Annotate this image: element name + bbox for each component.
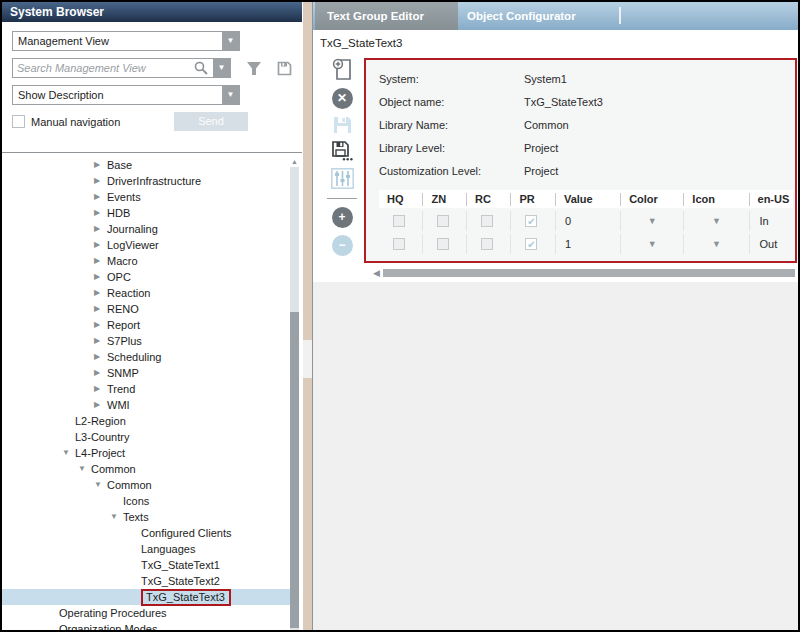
tree-item[interactable]: ▶Macro (2, 253, 290, 269)
tree-item[interactable]: ▶Trend (2, 381, 290, 397)
search-input[interactable] (17, 60, 195, 76)
save-as-icon[interactable] (332, 141, 353, 161)
view-selector[interactable]: Management View ▼ (12, 31, 240, 51)
tab-object-configurator[interactable]: Object Configurator (467, 2, 576, 30)
detach-page-icon[interactable] (331, 58, 354, 81)
collapse-icon[interactable]: ▼ (110, 509, 123, 525)
tree-item-label: Common (107, 479, 152, 491)
tree-item[interactable]: TxG_StateText3 (2, 589, 290, 605)
expand-icon[interactable]: ▶ (94, 365, 107, 381)
tree-item[interactable]: ▼Common (2, 461, 290, 477)
expand-icon[interactable]: ▶ (94, 237, 107, 253)
tree-item[interactable]: TxG_StateText2 (2, 573, 290, 589)
send-button[interactable]: Send (174, 112, 248, 131)
cell-rc (466, 211, 510, 231)
tree-item[interactable]: L3-Country (2, 429, 290, 445)
expand-icon[interactable]: ▶ (94, 221, 107, 237)
icon-dropdown-icon[interactable]: ▼ (684, 239, 748, 249)
cell-hq (379, 211, 422, 231)
field-label: Object name: (379, 91, 524, 114)
search-box: ▼ (12, 58, 231, 78)
collapse-icon[interactable]: ▼ (94, 477, 107, 493)
scroll-left-icon[interactable]: ◀ (373, 268, 380, 278)
rc-checkbox[interactable] (481, 238, 493, 250)
tree-item[interactable]: ▶DriverInfrastructure (2, 173, 290, 189)
tree-item[interactable]: ▶OPC (2, 269, 290, 285)
tree-item[interactable]: ▼Common (2, 477, 290, 493)
description-selector[interactable]: Show Description ▼ (12, 85, 240, 105)
chevron-down-icon[interactable]: ▼ (222, 32, 239, 50)
tree-item[interactable]: Operating Procedures (2, 605, 290, 621)
expand-icon[interactable]: ▶ (94, 301, 107, 317)
tree-item[interactable]: Organization Modes (2, 621, 290, 630)
expand-icon[interactable]: ▶ (94, 253, 107, 269)
text-group-table: HQZNRCPRValueColorIconen-US ✔0▼▼In✔1▼▼Ou… (379, 190, 793, 254)
cancel-icon[interactable]: ✕ (332, 88, 353, 109)
collapse-icon[interactable]: ▼ (62, 445, 75, 461)
add-icon[interactable]: + (332, 207, 353, 228)
expand-icon[interactable]: ▶ (94, 269, 107, 285)
save-search-icon[interactable] (277, 61, 292, 76)
editor-toolbar: ✕ + − (321, 58, 363, 263)
expand-icon[interactable]: ▶ (94, 317, 107, 333)
chevron-down-icon[interactable]: ▼ (222, 86, 239, 104)
hq-checkbox[interactable] (393, 238, 405, 250)
tree-item[interactable]: ▼L4-Project (2, 445, 290, 461)
scrollbar-thumb[interactable] (290, 312, 299, 628)
expand-icon[interactable]: ▶ (94, 349, 107, 365)
hq-checkbox[interactable] (393, 215, 405, 227)
expand-icon[interactable]: ▶ (94, 397, 107, 413)
tree-item[interactable]: ▼Texts (2, 509, 290, 525)
hscrollbar-thumb[interactable] (383, 269, 795, 277)
tree-item[interactable]: ▶SNMP (2, 365, 290, 381)
collapse-icon[interactable]: ▼ (78, 461, 91, 477)
expand-icon[interactable]: ▶ (94, 173, 107, 189)
tree-item[interactable]: ▶S7Plus (2, 333, 290, 349)
expand-icon[interactable]: ▶ (94, 157, 107, 173)
tree-item[interactable]: ▶LogViewer (2, 237, 290, 253)
expand-icon[interactable]: ▶ (94, 333, 107, 349)
tree-item[interactable]: ▶Reaction (2, 285, 290, 301)
horizontal-scrollbar[interactable]: ◀ (373, 268, 797, 278)
tree-item[interactable]: ▶HDB (2, 205, 290, 221)
panel-splitter[interactable] (303, 2, 312, 630)
expand-icon[interactable]: ▶ (94, 285, 107, 301)
tree-item[interactable]: ▶Scheduling (2, 349, 290, 365)
splitter-grip[interactable] (303, 340, 312, 378)
expand-icon[interactable]: ▶ (94, 189, 107, 205)
tree-item[interactable]: L2-Region (2, 413, 290, 429)
save-icon[interactable] (333, 116, 352, 134)
tree-item[interactable]: ▶Report (2, 317, 290, 333)
pr-checkbox[interactable]: ✔ (525, 238, 537, 250)
tree-item[interactable]: TxG_StateText1 (2, 557, 290, 573)
tree-item[interactable]: Configured Clients (2, 525, 290, 541)
filter-icon[interactable] (246, 61, 262, 76)
expand-icon[interactable]: ▶ (94, 381, 107, 397)
icon-dropdown-icon[interactable]: ▼ (684, 216, 748, 226)
tree-item[interactable]: ▶Events (2, 189, 290, 205)
field-label: System: (379, 68, 524, 91)
cell-icon: ▼ (683, 234, 748, 254)
tree-item[interactable]: ▶RENO (2, 301, 290, 317)
pr-checkbox[interactable]: ✔ (525, 215, 537, 227)
value-text: 1 (556, 238, 571, 250)
tree-item[interactable]: ▶Journaling (2, 221, 290, 237)
tree-item[interactable]: Languages (2, 541, 290, 557)
tree-item[interactable]: ▶WMI (2, 397, 290, 413)
color-dropdown-icon[interactable]: ▼ (621, 239, 683, 249)
cell-rc (466, 234, 510, 254)
zn-checkbox[interactable] (437, 215, 449, 227)
scroll-up-icon[interactable]: ▲ (290, 157, 299, 167)
color-dropdown-icon[interactable]: ▼ (621, 216, 683, 226)
tab-text-group-editor[interactable]: Text Group Editor (315, 2, 458, 30)
manual-navigation-checkbox[interactable] (12, 115, 25, 128)
zn-checkbox[interactable] (437, 238, 449, 250)
tree-item[interactable]: ▶Base (2, 157, 290, 173)
column-filter-icon[interactable] (331, 168, 354, 189)
tree-item[interactable]: Icons (2, 493, 290, 509)
remove-icon[interactable]: − (332, 235, 353, 256)
search-options-chevron-icon[interactable]: ▼ (213, 59, 230, 77)
expand-icon[interactable]: ▶ (94, 205, 107, 221)
tree-scrollbar[interactable]: ▲ (290, 157, 299, 630)
rc-checkbox[interactable] (481, 215, 493, 227)
